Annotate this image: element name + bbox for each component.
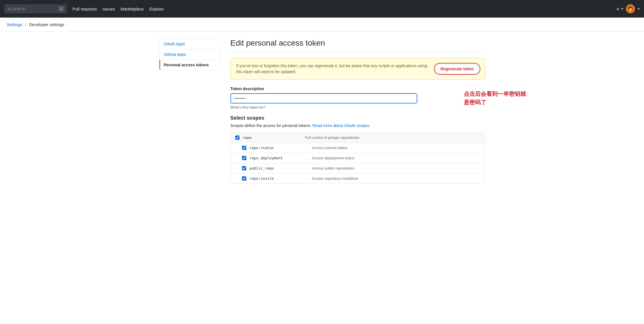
scope-checkbox-repo-deployment[interactable]: [242, 156, 246, 160]
scopes-link[interactable]: Read more about OAuth scopes.: [313, 123, 370, 128]
sidebar-item-personal-access-tokens[interactable]: Personal access tokens: [159, 60, 221, 70]
plus-chevron: ▾: [621, 7, 623, 11]
scope-row-repo-status: repo:status Access commit status: [231, 143, 485, 153]
alert-box: If you've lost or forgotten this token, …: [230, 58, 485, 80]
scope-name-repo: repo: [243, 135, 305, 140]
scopes-box: repo Full control of private repositorie…: [230, 132, 485, 184]
scope-checkbox-repo-status[interactable]: [242, 146, 246, 150]
scope-desc-repo: Full control of private repositories: [305, 135, 359, 140]
scope-checkbox-repo[interactable]: [235, 135, 239, 140]
avatar[interactable]: 🧑: [626, 4, 635, 13]
scope-row-repo: repo Full control of private repositorie…: [231, 133, 485, 143]
select-scopes-section: Select scopes Scopes define the access f…: [230, 115, 485, 184]
scope-row-public-repo: public_repo Access public repositories: [231, 163, 485, 173]
scope-desc-public-repo: Access public repositories: [312, 166, 354, 170]
nav-issues[interactable]: Issues: [103, 7, 115, 11]
scope-row-repo-deployment: repo_deployment Access deployment status: [231, 153, 485, 163]
navbar: or jump to... / Pull requests Issues Mar…: [0, 0, 644, 18]
scope-name-repo-status: repo:status: [250, 146, 312, 150]
nav-pull-requests[interactable]: Pull requests: [72, 7, 97, 11]
scope-desc-repo-deployment: Access deployment status: [312, 156, 355, 160]
search-box[interactable]: or jump to... /: [5, 5, 67, 13]
scopes-title: Select scopes: [230, 115, 485, 121]
alert-text: If you've lost or forgotten this token, …: [236, 63, 430, 75]
scope-desc-repo-status: Access commit status: [312, 146, 348, 150]
main-layout: OAuth Apps GitHub Apps Personal access t…: [152, 39, 492, 184]
scope-name-repo-deployment: repo_deployment: [250, 156, 312, 160]
token-description-label: Token description: [230, 86, 485, 91]
breadcrumb-current: Developer settings: [29, 22, 64, 27]
scopes-desc-text: Scopes define the access for personal to…: [230, 123, 311, 128]
token-description-input[interactable]: [230, 93, 417, 103]
regenerate-token-button[interactable]: Regenerate token: [435, 64, 479, 74]
page-title: Edit personal access token: [230, 39, 485, 52]
chevron-down-icon: ▾: [638, 7, 639, 11]
breadcrumb-settings-link[interactable]: Settings: [7, 22, 22, 27]
breadcrumb-separator: /: [25, 22, 26, 27]
nav-links: Pull requests Issues Marketplace Explore: [72, 7, 164, 11]
nav-marketplace[interactable]: Marketplace: [121, 7, 144, 11]
scope-name-repo-invite: repo:invite: [250, 176, 312, 181]
new-item-button[interactable]: ＋ ▾: [615, 5, 623, 13]
sidebar-item-oauth-apps[interactable]: OAuth Apps: [159, 39, 221, 49]
slash-key: /: [58, 6, 64, 11]
search-placeholder: or jump to...: [8, 7, 29, 11]
sidebar-item-github-apps[interactable]: GitHub Apps: [159, 49, 221, 60]
scope-checkbox-repo-invite[interactable]: [242, 176, 246, 181]
navbar-right: ＋ ▾ 🧑 ▾: [615, 4, 639, 13]
token-description-group: Token description What's this token for?: [230, 86, 485, 109]
breadcrumb: Settings / Developer settings: [0, 18, 644, 32]
sidebar: OAuth Apps GitHub Apps Personal access t…: [159, 39, 221, 70]
content-area: Edit personal access token If you've los…: [230, 39, 485, 184]
token-hint: What's this token for?: [230, 105, 485, 109]
scope-row-repo-invite: repo:invite Access repository invitation…: [231, 173, 485, 183]
nav-explore[interactable]: Explore: [149, 7, 164, 11]
scope-name-public-repo: public_repo: [250, 166, 312, 170]
avatar-dropdown-button[interactable]: ▾: [638, 7, 639, 11]
avatar-icon: 🧑: [628, 6, 633, 12]
scope-checkbox-public-repo[interactable]: [242, 166, 246, 170]
plus-icon: ＋: [615, 5, 621, 13]
scopes-desc: Scopes define the access for personal to…: [230, 123, 485, 128]
scope-desc-repo-invite: Access repository invitations: [312, 176, 358, 181]
